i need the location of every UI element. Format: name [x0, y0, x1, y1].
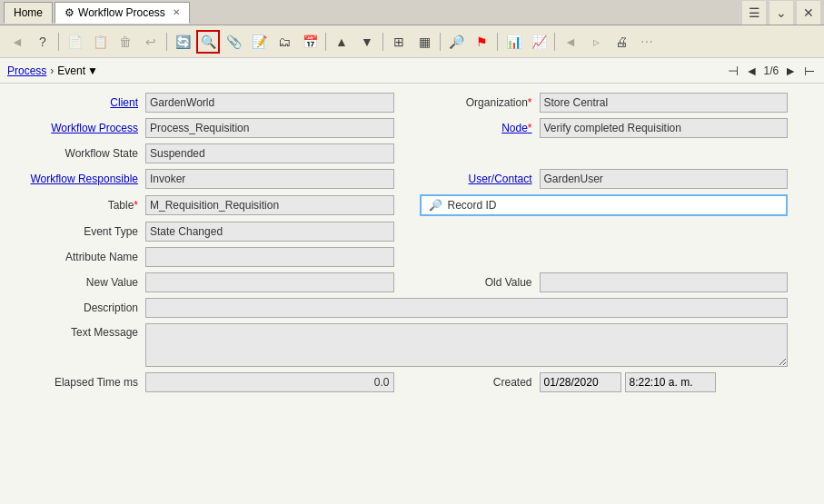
copy-btn[interactable]: 📋	[88, 30, 112, 54]
client-field-col: Client	[18, 93, 412, 113]
sep-7	[554, 33, 555, 51]
left-nav-btn[interactable]: ◄	[559, 30, 582, 54]
tab-home-label: Home	[14, 6, 43, 19]
toolbar: ◄ ? 📄 📋 🗑 ↩ 🔄 🔍 📎 📝 🗂 📅 ▲ ▼ ⊞ ▦ 🔎 ⚑ 📊 📈 …	[0, 25, 824, 58]
nav-next-btn[interactable]: ►	[782, 64, 799, 78]
print-btn[interactable]: 🖨	[610, 30, 633, 54]
find-btn[interactable]: 🔍	[196, 30, 220, 54]
attach-btn[interactable]: 📎	[222, 30, 245, 54]
refresh-btn[interactable]: 🔄	[171, 30, 194, 54]
workflow-responsible-label[interactable]: Workflow Responsible	[18, 173, 145, 185]
record-id-col: 🔎 Record ID	[412, 194, 807, 216]
undo-btn[interactable]: ↩	[139, 30, 163, 54]
org-input[interactable]	[540, 93, 789, 113]
created-date-input[interactable]	[540, 372, 621, 392]
workflow-responsible-input[interactable]	[145, 169, 394, 189]
new-value-label: New Value	[18, 276, 145, 289]
zoom-btn[interactable]: 🔎	[444, 30, 468, 54]
workflow-state-col: Workflow State	[18, 143, 412, 163]
created-time-input[interactable]	[625, 372, 716, 392]
old-value-input[interactable]	[540, 272, 789, 292]
nav-bar: Process › Event ▼ ⊣ ◄ 1/6 ► ⊢	[0, 58, 824, 84]
workflow-process-field-col: Workflow Process	[18, 118, 412, 138]
calendar-btn[interactable]: 📅	[298, 30, 322, 54]
sep-1	[58, 33, 59, 51]
nav-page-info: 1/6	[763, 64, 779, 77]
main-content: Client Organization* Workflow Process No…	[0, 84, 824, 504]
old-value-label: Old Value	[412, 276, 540, 289]
form-btn[interactable]: ▦	[412, 30, 436, 54]
back-btn[interactable]: ◄	[5, 30, 29, 54]
new-value-input[interactable]	[145, 272, 394, 292]
breadcrumb: Process › Event ▼	[7, 64, 98, 77]
close-btn[interactable]: ✕	[797, 1, 820, 25]
created-inputs	[540, 372, 789, 392]
min-btn[interactable]: ⌄	[769, 1, 793, 25]
text-message-label: Text Message	[18, 323, 145, 339]
elapsed-time-label: Elapsed Time ms	[18, 376, 145, 389]
nav-first-btn[interactable]: ⊣	[726, 64, 740, 78]
created-col: Created	[412, 372, 807, 392]
breadcrumb-separator: ›	[50, 64, 54, 77]
user-contact-label[interactable]: User/Contact	[412, 173, 540, 185]
table-col: Table*	[18, 194, 412, 216]
table-input[interactable]	[145, 195, 394, 215]
sep-4	[382, 33, 383, 51]
breadcrumb-event-label: Event	[57, 64, 85, 77]
empty-col-7	[412, 247, 807, 267]
breadcrumb-current: Event ▼	[57, 64, 98, 77]
event-type-input[interactable]	[145, 222, 394, 242]
right-nav-btn[interactable]: ▹	[584, 30, 608, 54]
breadcrumb-dropdown-icon[interactable]: ▼	[87, 64, 98, 77]
tab-workflow-process[interactable]: ⚙ Workflow Process ✕	[55, 2, 190, 24]
elapsed-created-row: Elapsed Time ms Created	[18, 372, 806, 392]
sep-5	[440, 33, 441, 51]
record-id-btn[interactable]: 🔎 Record ID	[420, 194, 789, 216]
delete-btn[interactable]: 🗑	[114, 30, 137, 54]
more-btn[interactable]: ⋯	[635, 30, 659, 54]
tab-close-btn[interactable]: ✕	[173, 7, 180, 17]
tab-home[interactable]: Home	[4, 2, 53, 24]
flag-btn[interactable]: ⚑	[470, 30, 493, 54]
archive-btn[interactable]: 🗂	[273, 30, 296, 54]
menu-btn[interactable]: ☰	[742, 1, 766, 25]
down-btn[interactable]: ▼	[355, 30, 379, 54]
workflow-process-label[interactable]: Workflow Process	[18, 122, 145, 134]
up-btn[interactable]: ▲	[330, 30, 353, 54]
client-label[interactable]: Client	[18, 96, 145, 109]
tab-bar: Home ⚙ Workflow Process ✕ ☰ ⌄ ✕	[0, 0, 824, 25]
empty-col-6	[412, 222, 807, 242]
table-label: Table*	[18, 199, 145, 212]
sep-2	[166, 33, 167, 51]
nav-last-btn[interactable]: ⊢	[802, 64, 817, 78]
workflow-process-input[interactable]	[145, 118, 394, 138]
nav-prev-btn[interactable]: ◄	[744, 64, 760, 78]
report-btn[interactable]: 📈	[527, 30, 551, 54]
sep-3	[325, 33, 326, 51]
tab-bar-controls: ☰ ⌄ ✕	[742, 1, 820, 25]
elapsed-time-col: Elapsed Time ms	[18, 372, 412, 392]
node-input[interactable]	[540, 118, 789, 138]
elapsed-time-input[interactable]	[145, 372, 394, 392]
grid-btn[interactable]: ⊞	[387, 30, 411, 54]
record-id-icon: 🔎	[429, 199, 442, 212]
attribute-name-input[interactable]	[145, 247, 394, 267]
sep-6	[497, 33, 498, 51]
chart-btn[interactable]: 📊	[501, 30, 525, 54]
event-type-label: Event Type	[18, 225, 145, 238]
created-label: Created	[412, 376, 540, 389]
user-contact-input[interactable]	[540, 169, 789, 189]
event-type-col: Event Type	[18, 222, 412, 242]
node-field-col: Node*	[412, 118, 807, 138]
workflow-state-input[interactable]	[145, 143, 394, 163]
help-btn[interactable]: ?	[31, 30, 55, 54]
attribute-name-col: Attribute Name	[18, 247, 412, 267]
description-input[interactable]	[145, 298, 788, 318]
new-btn[interactable]: 📄	[63, 30, 86, 54]
text-message-row: Text Message	[18, 323, 806, 367]
note-btn[interactable]: 📝	[247, 30, 271, 54]
client-input[interactable]	[145, 93, 394, 113]
nav-controls: ⊣ ◄ 1/6 ► ⊢	[726, 64, 817, 78]
text-message-textarea[interactable]	[145, 323, 788, 367]
breadcrumb-process-link[interactable]: Process	[7, 64, 46, 77]
